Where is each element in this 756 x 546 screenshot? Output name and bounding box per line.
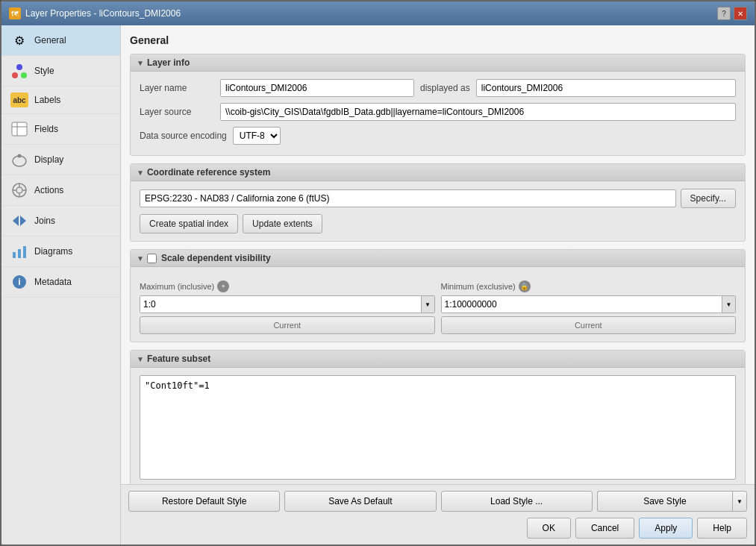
crs-input[interactable]	[140, 189, 676, 207]
min-scale-plus-icon[interactable]: 🔒	[519, 280, 531, 292]
ok-button[interactable]: OK	[527, 518, 571, 539]
crs-body: Specify... Create spatial index Update e…	[131, 181, 745, 241]
min-scale-dropdown-icon[interactable]: ▼	[722, 296, 735, 313]
save-style-group: Save Style ▼	[597, 491, 747, 512]
sidebar-label-general: General	[34, 35, 66, 46]
help-button[interactable]: Help	[697, 518, 747, 539]
content-scroll: General ▼ Layer info Layer name displaye…	[121, 25, 755, 484]
max-scale-combo: ▼	[140, 295, 435, 313]
create-spatial-index-button[interactable]: Create spatial index	[140, 214, 238, 233]
main-window: 🗺 Layer Properties - liContours_DMI2006 …	[0, 0, 756, 546]
feature-subset-section: ▼ Feature subset Query Builder	[130, 350, 746, 484]
layer-source-row: Layer source	[140, 103, 736, 121]
sidebar-label-diagrams: Diagrams	[34, 246, 72, 257]
feature-subset-textarea[interactable]	[140, 375, 736, 480]
svg-marker-15	[20, 216, 26, 226]
scale-checkbox[interactable]	[147, 254, 157, 263]
style-buttons-row: Restore Default Style Save As Default Lo…	[128, 491, 747, 512]
svg-point-2	[16, 64, 22, 70]
displayed-as-input[interactable]	[476, 79, 736, 97]
window-title: Layer Properties - liContours_DMI2006	[25, 8, 181, 19]
svg-point-9	[16, 187, 22, 193]
min-scale-combo: ▼	[441, 295, 737, 313]
joins-icon	[10, 212, 28, 230]
feature-subset-label: Feature subset	[147, 354, 210, 364]
help-title-btn[interactable]: ?	[717, 7, 731, 20]
specify-button[interactable]: Specify...	[681, 189, 736, 208]
layer-name-row: Layer name displayed as	[140, 79, 736, 97]
min-current-button[interactable]: Current	[441, 316, 737, 334]
display-icon	[10, 151, 28, 169]
sidebar-item-fields[interactable]: Fields	[1, 114, 120, 145]
sidebar-item-actions[interactable]: Actions	[1, 175, 120, 206]
sidebar-item-style[interactable]: Style	[1, 56, 120, 87]
svg-rect-17	[18, 249, 21, 258]
restore-default-button[interactable]: Restore Default Style	[128, 491, 280, 512]
layer-info-body: Layer name displayed as Layer source	[131, 72, 745, 155]
apply-button[interactable]: Apply	[639, 518, 693, 539]
svg-marker-14	[13, 216, 19, 226]
svg-rect-18	[23, 246, 26, 258]
sidebar-item-display[interactable]: Display	[1, 145, 120, 175]
scale-body: Maximum (inclusive) + ▼ Current	[131, 267, 745, 342]
max-scale-label: Maximum (inclusive)	[140, 282, 214, 291]
sidebar-label-labels: Labels	[34, 95, 60, 105]
crs-header[interactable]: ▼ Coordinate reference system	[131, 164, 745, 181]
svg-rect-3	[12, 122, 27, 136]
displayed-as-label: displayed as	[420, 83, 470, 93]
encoding-row: Data source encoding UTF-8	[140, 127, 736, 145]
sidebar-item-labels[interactable]: abc Labels	[1, 87, 120, 114]
max-scale-dropdown-icon[interactable]: ▼	[421, 296, 434, 313]
save-style-dropdown-icon[interactable]: ▼	[732, 491, 747, 512]
scale-header[interactable]: ▼ Scale dependent visibility	[131, 250, 745, 267]
crs-label: Coordinate reference system	[147, 167, 270, 178]
sidebar-item-metadata[interactable]: i Metadata	[1, 267, 120, 298]
save-style-button[interactable]: Save Style	[597, 491, 732, 512]
update-extents-button[interactable]: Update extents	[243, 214, 322, 233]
layer-source-input[interactable]	[220, 103, 736, 121]
layer-source-label: Layer source	[140, 107, 214, 117]
min-scale-label: Minimum (exclusive)	[441, 282, 516, 291]
layer-info-arrow: ▼	[137, 59, 144, 67]
max-scale-plus-icon[interactable]: +	[217, 280, 229, 292]
bottom-bar: Restore Default Style Save As Default Lo…	[121, 484, 755, 545]
svg-point-0	[12, 72, 18, 78]
layer-name-input[interactable]	[220, 79, 414, 97]
sidebar-item-diagrams[interactable]: Diagrams	[1, 236, 120, 267]
max-scale-input[interactable]	[140, 296, 421, 313]
sidebar-label-joins: Joins	[34, 216, 55, 226]
close-btn[interactable]: ✕	[734, 7, 747, 20]
layer-name-label: Layer name	[140, 83, 214, 93]
sidebar-label-style: Style	[34, 66, 54, 76]
layer-info-label: Layer info	[147, 57, 190, 68]
labels-icon: abc	[10, 92, 28, 107]
sidebar: ⚙ General Style abc Labels Fields	[1, 25, 121, 545]
sidebar-label-fields: Fields	[34, 124, 58, 134]
encoding-select[interactable]: UTF-8	[233, 127, 281, 145]
title-buttons: ? ✕	[717, 7, 747, 20]
sidebar-item-joins[interactable]: Joins	[1, 206, 120, 236]
max-current-button[interactable]: Current	[140, 316, 435, 334]
action-buttons-row: OK Cancel Apply Help	[128, 518, 747, 539]
min-scale-input[interactable]	[442, 296, 722, 313]
sidebar-label-metadata: Metadata	[34, 277, 72, 287]
cancel-button[interactable]: Cancel	[575, 518, 634, 539]
svg-rect-16	[13, 252, 16, 258]
layer-info-header[interactable]: ▼ Layer info	[131, 54, 745, 72]
sidebar-label-actions: Actions	[34, 185, 63, 195]
scale-section: ▼ Scale dependent visibility Maximum (in…	[130, 249, 746, 342]
general-icon: ⚙	[10, 31, 28, 49]
feature-subset-body: Query Builder	[131, 368, 745, 484]
scale-arrow: ▼	[137, 254, 144, 263]
sidebar-item-general[interactable]: ⚙ General	[1, 25, 120, 56]
svg-point-1	[21, 72, 27, 78]
load-style-button[interactable]: Load Style ...	[441, 491, 593, 512]
crs-arrow: ▼	[137, 169, 144, 177]
feature-subset-header[interactable]: ▼ Feature subset	[131, 351, 745, 368]
page-title: General	[130, 34, 746, 46]
window-icon: 🗺	[9, 7, 21, 19]
scale-grid: Maximum (inclusive) + ▼ Current	[140, 280, 736, 334]
save-as-default-button[interactable]: Save As Default	[284, 491, 436, 512]
max-scale-column: Maximum (inclusive) + ▼ Current	[140, 280, 435, 334]
main-content: ⚙ General Style abc Labels Fields	[1, 25, 755, 545]
